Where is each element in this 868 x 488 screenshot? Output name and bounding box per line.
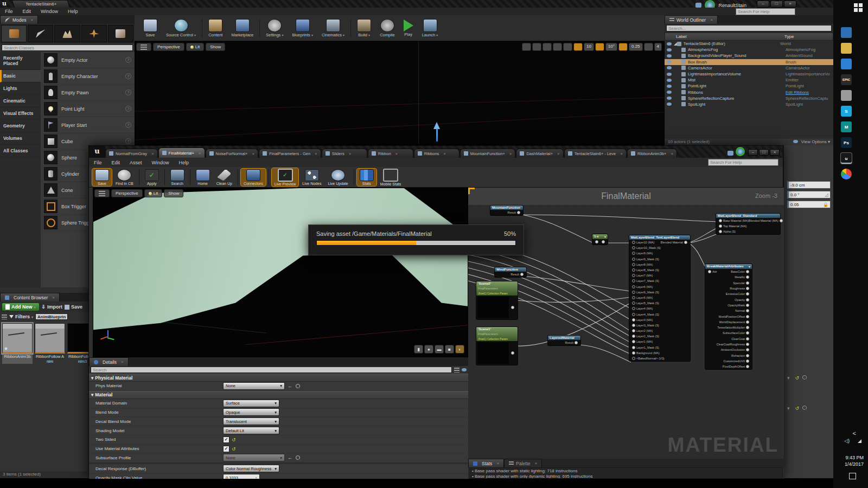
visibility-eye-icon[interactable]	[667, 102, 672, 106]
live-preview-button[interactable]: ✓Live Preview	[272, 168, 299, 187]
scale-field[interactable]: 0.05🔒	[787, 201, 831, 208]
output-pin[interactable]	[746, 309, 749, 312]
menu-window[interactable]: Window	[36, 9, 63, 14]
menu-file[interactable]: File	[89, 160, 107, 165]
outliner-header[interactable]: Label Type	[665, 33, 833, 41]
input-pin[interactable]	[719, 224, 722, 228]
column-type[interactable]: Type	[784, 34, 794, 39]
input-pin[interactable]	[632, 324, 635, 327]
close-icon[interactable]: ×	[315, 151, 317, 156]
input-pin[interactable]	[632, 268, 635, 272]
output-pin[interactable]	[746, 320, 749, 324]
main-level-tab[interactable]: TentacleStain6+	[12, 0, 71, 8]
rotate-tool-icon[interactable]	[532, 43, 541, 51]
reset-to-default-icon[interactable]: ↺	[232, 446, 236, 452]
photos-app-icon[interactable]	[841, 59, 852, 69]
asset-ribbonanim3b[interactable]: RibbonAnim3b	[2, 323, 33, 364]
expand-arrow-icon[interactable]: ◢	[674, 41, 677, 46]
input-pin[interactable]	[632, 252, 635, 255]
build-button[interactable]: Build ▾	[353, 19, 375, 37]
camera-speed-icon[interactable]	[644, 43, 653, 51]
save-button[interactable]: Save	[139, 19, 162, 37]
output-pin[interactable]	[746, 292, 749, 296]
input-pin[interactable]	[632, 307, 635, 310]
cinematics-button[interactable]: Cinematics ▾	[317, 19, 349, 37]
reset-to-default-icon[interactable]: ↺	[232, 437, 236, 442]
input-pin[interactable]	[632, 285, 635, 288]
close-button[interactable]: ×	[770, 149, 780, 156]
output-pin[interactable]	[780, 219, 783, 222]
tab-modes[interactable]: Modes×	[0, 15, 38, 24]
show-button[interactable]: Show	[164, 189, 183, 197]
browse-icon[interactable]	[802, 406, 807, 410]
tab-noisefornormal-[interactable]: NoiseForNormal+×	[206, 149, 259, 158]
output-pin[interactable]	[746, 365, 749, 368]
close-button[interactable]: ×	[784, 1, 796, 8]
material-preview-viewport[interactable]: Perspective Lit Show ▮ ● ▬ ■ ◗	[93, 188, 468, 357]
output-pin[interactable]	[511, 351, 514, 355]
tab-dashmaterial-[interactable]: DashMaterial+×	[516, 149, 563, 158]
save-button[interactable]: Save	[92, 169, 112, 186]
use-selected-icon[interactable]: ←	[288, 383, 292, 389]
output-pin[interactable]	[746, 270, 749, 273]
output-pin[interactable]	[746, 354, 749, 357]
minimize-button[interactable]: –	[748, 149, 758, 156]
main-titlebar[interactable]: u TentacleStain6+ RenaultStain – □ ×	[0, 0, 833, 8]
move-tool-icon[interactable]	[522, 43, 531, 51]
output-pin[interactable]	[746, 275, 749, 279]
close-icon[interactable]: ×	[349, 151, 352, 156]
mode-foliage-button[interactable]	[81, 25, 107, 42]
input-pin[interactable]	[632, 346, 635, 349]
outliner-row-backgroundvideoplayer-sound[interactable]: BackgroundVideoPlayer_SoundAmbientSound	[665, 53, 833, 59]
detail-dropdown[interactable]: Opaque▾	[223, 408, 279, 416]
output-pin[interactable]	[520, 273, 524, 276]
view-options-button[interactable]: View Options ▾	[791, 139, 830, 144]
close-icon[interactable]: ×	[31, 17, 34, 22]
scale-snap-icon[interactable]	[618, 43, 628, 51]
node-layered-material[interactable]: LayeredMaterial Result	[547, 335, 581, 346]
browse-icon[interactable]	[802, 375, 807, 380]
input-pin[interactable]	[632, 296, 635, 299]
output-pin[interactable]	[746, 343, 749, 346]
checkbox[interactable]: ✓	[223, 436, 229, 443]
grid-snap-value[interactable]: 10	[584, 43, 594, 51]
place-item-point-light[interactable]: Point Light?	[41, 101, 135, 117]
node-ten-layer-blend[interactable]: MatLayerBlend_TenLayerBlend Blended Mate…	[629, 235, 691, 362]
epic-games-icon[interactable]: EPIC	[841, 74, 852, 85]
detail-dropdown[interactable]: Color Normal Roughness▾	[223, 465, 279, 472]
grid-view-icon[interactable]	[454, 368, 459, 373]
tab-ribbons[interactable]: Ribbons×	[414, 149, 459, 158]
section-material[interactable]: ▾Material	[89, 391, 468, 399]
add-new-button[interactable]: Add New ▾	[2, 303, 40, 311]
outliner-row-tentaclestain6-editor-[interactable]: ◢ TentacleStain6 (Editor)World	[665, 41, 833, 47]
input-pin[interactable]	[632, 340, 635, 343]
launch-button[interactable]: Launch ▾	[418, 19, 443, 37]
chevron-down-icon[interactable]: ▾	[787, 406, 790, 411]
angle-snap-icon[interactable]	[595, 43, 604, 51]
close-icon[interactable]: ×	[252, 151, 255, 156]
media-app-icon[interactable]	[841, 27, 852, 38]
node-mountain-function[interactable]: MountainFunction Result	[490, 205, 524, 216]
tab-ribbon[interactable]: Ribbon×	[368, 149, 413, 158]
compile-button[interactable]: Compile	[375, 19, 399, 37]
input-pin[interactable]	[632, 263, 635, 266]
reset-icon[interactable]: ↺	[795, 375, 800, 381]
input-pin[interactable]	[719, 230, 722, 233]
use-selected-icon[interactable]: ←	[288, 455, 292, 460]
close-icon[interactable]: ×	[443, 151, 446, 156]
show-button[interactable]: Show	[206, 43, 225, 51]
photoshop-icon[interactable]: Ps	[841, 137, 852, 148]
input-pin[interactable]	[632, 335, 635, 338]
output-pin[interactable]	[746, 359, 749, 363]
menu-edit[interactable]: Edit	[18, 9, 36, 14]
tab-normalfromgray[interactable]: NormalFromGray×	[105, 149, 158, 158]
category-cinematic[interactable]: Cinematic	[0, 95, 41, 107]
visibility-eye-icon[interactable]	[667, 48, 672, 52]
close-icon[interactable]: ×	[535, 461, 538, 466]
grid-snap-icon[interactable]	[573, 43, 583, 51]
save-all-button[interactable]: Save	[65, 304, 82, 310]
column-label[interactable]: Label	[665, 34, 784, 39]
viewport-options-button[interactable]	[94, 189, 110, 197]
node-scene2-param[interactable]: 'Scene2' FinalParameters (float1) Collec…	[476, 281, 518, 320]
sphere-shape-icon[interactable]: ●	[424, 345, 433, 354]
